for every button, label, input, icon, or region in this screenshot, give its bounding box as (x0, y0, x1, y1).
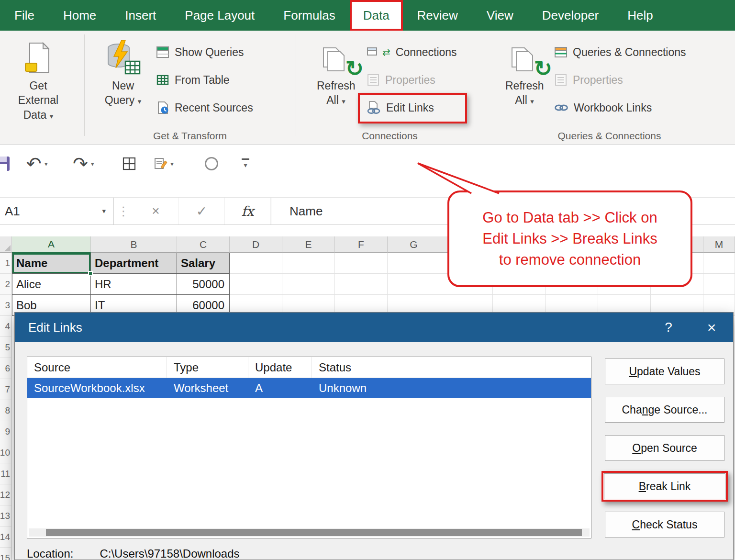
dialog-close-button[interactable]: × (690, 319, 733, 336)
row-header[interactable]: 3 (0, 295, 12, 316)
form-editor-button[interactable]: ▾ (154, 145, 174, 183)
link-row-selected[interactable]: SourceWorkbook.xlsx Worksheet A Unknown (27, 378, 591, 398)
cell[interactable] (388, 253, 440, 274)
row-header[interactable]: 7 (0, 379, 12, 400)
formula-enter-button[interactable]: ✓ (179, 198, 225, 224)
ribbon-tab-page-layout[interactable]: Page Layout (170, 0, 269, 31)
edit-links-button[interactable]: Edit Links (367, 98, 434, 118)
column-header-status[interactable]: Status (312, 357, 591, 378)
ribbon-tab-formulas[interactable]: Formulas (269, 0, 349, 31)
cell[interactable] (282, 253, 335, 274)
ribbon-tab-developer[interactable]: Developer (528, 0, 613, 31)
row-header[interactable]: 11 (0, 463, 12, 484)
ribbon-tab-help[interactable]: Help (613, 0, 667, 31)
workbook-links-button[interactable]: Workbook Links (554, 98, 652, 118)
undo-dropdown-icon[interactable]: ▾ (45, 160, 48, 168)
column-header-update[interactable]: Update (248, 357, 312, 378)
cell[interactable] (230, 274, 282, 295)
cell[interactable] (703, 274, 735, 295)
change-source-button[interactable]: Change Source... (605, 397, 724, 423)
horizontal-scrollbar[interactable] (29, 528, 590, 537)
column-header-d[interactable]: D (230, 236, 282, 253)
cell-b1[interactable]: Department (91, 253, 177, 274)
row-header[interactable]: 14 (0, 526, 12, 548)
column-header-b[interactable]: B (91, 236, 177, 253)
cell[interactable] (230, 253, 282, 274)
formula-bar-handle[interactable]: ⋮ (114, 204, 133, 219)
column-header-source[interactable]: Source (27, 357, 167, 378)
refresh-all-button-connections[interactable]: ↻ Refresh All ▾ (310, 37, 362, 108)
save-icon (0, 156, 11, 172)
cell[interactable] (703, 253, 735, 274)
name-box-dropdown-icon[interactable]: ▾ (102, 207, 106, 215)
cell-a2[interactable]: Alice (12, 274, 91, 295)
open-source-button[interactable]: Open Source (605, 435, 724, 461)
redo-dropdown-icon[interactable]: ▾ (91, 160, 94, 168)
redo-button[interactable]: ↷ ▾ (73, 145, 94, 183)
cell[interactable] (388, 274, 440, 295)
from-table-button[interactable]: From Table (156, 70, 230, 90)
row-header[interactable]: 13 (0, 505, 12, 526)
workbook-links-label: Workbook Links (574, 101, 652, 114)
properties-button-queries: Properties (554, 70, 623, 90)
fill-handle[interactable] (88, 271, 93, 276)
row-header[interactable]: 9 (0, 421, 12, 442)
cell[interactable] (335, 253, 388, 274)
row-header[interactable]: 12 (0, 484, 12, 505)
column-header-m[interactable]: M (703, 236, 735, 253)
row-header[interactable]: 10 (0, 442, 12, 463)
column-header-f[interactable]: F (335, 236, 388, 253)
borders-button[interactable] (122, 145, 136, 183)
select-all-corner[interactable] (0, 236, 12, 253)
dialog-help-button[interactable]: ? (647, 320, 690, 335)
column-header-type[interactable]: Type (167, 357, 248, 378)
cell-c2[interactable]: 50000 (177, 274, 230, 295)
form-dropdown-icon[interactable]: ▾ (170, 160, 174, 168)
cell-a1-selected[interactable]: Name (12, 253, 91, 274)
column-header-c[interactable]: C (177, 236, 230, 253)
ribbon-tab-data[interactable]: Data (350, 0, 403, 31)
name-box[interactable]: A1 ▾ (0, 198, 114, 224)
cell-c1[interactable]: Salary (177, 253, 230, 274)
connections-button[interactable]: ⇄ Connections (367, 42, 457, 62)
ribbon-tab-file[interactable]: File (0, 0, 49, 31)
cell[interactable] (335, 274, 388, 295)
formula-input[interactable]: Name (290, 204, 323, 219)
ribbon-tab-review[interactable]: Review (403, 0, 472, 31)
row-header[interactable]: 6 (0, 358, 12, 379)
update-values-button[interactable]: Update Values (605, 358, 724, 384)
scrollbar-thumb[interactable] (46, 529, 582, 536)
undo-button[interactable]: ↶ ▾ (26, 145, 48, 183)
get-external-data-button[interactable]: Get External Data ▾ (2, 37, 75, 122)
insert-function-button[interactable]: fx (225, 198, 271, 224)
row-header[interactable]: 8 (0, 400, 12, 421)
column-header-a[interactable]: A (12, 236, 91, 253)
shape-button[interactable] (205, 145, 218, 183)
check-status-button[interactable]: Check Status (605, 512, 724, 538)
show-queries-button[interactable]: Show Queries (156, 42, 244, 62)
save-button[interactable] (0, 145, 11, 183)
formula-cancel-button[interactable]: × (133, 198, 179, 224)
row-header[interactable]: 2 (0, 274, 12, 295)
link-status: Unknown (312, 378, 591, 398)
ribbon-tab-home[interactable]: Home (49, 0, 111, 31)
column-header-e[interactable]: E (282, 236, 335, 253)
recent-sources-button[interactable]: Recent Sources (156, 98, 253, 118)
row-header[interactable]: 5 (0, 337, 12, 358)
new-query-button[interactable]: New Query ▾ (94, 37, 152, 108)
dialog-title-bar[interactable]: Edit Links ? × (15, 313, 733, 342)
cell[interactable] (282, 274, 335, 295)
ribbon-tab-view[interactable]: View (472, 0, 528, 31)
row-header[interactable]: 4 (0, 316, 12, 337)
queries-connections-button[interactable]: Queries & Connections (554, 42, 686, 62)
circle-icon (205, 157, 218, 170)
qat-customize-button[interactable]: ▾ (240, 145, 251, 183)
row-header[interactable]: 15 (0, 548, 12, 560)
row-header[interactable]: 1 (0, 253, 12, 274)
cell-b2[interactable]: HR (91, 274, 177, 295)
ribbon-tab-insert[interactable]: Insert (111, 0, 170, 31)
show-queries-icon (156, 45, 169, 59)
break-link-button[interactable]: Break Link (604, 473, 725, 499)
refresh-all-button-queries[interactable]: ↻ Refresh All ▾ (499, 37, 550, 108)
column-header-g[interactable]: G (388, 236, 440, 253)
